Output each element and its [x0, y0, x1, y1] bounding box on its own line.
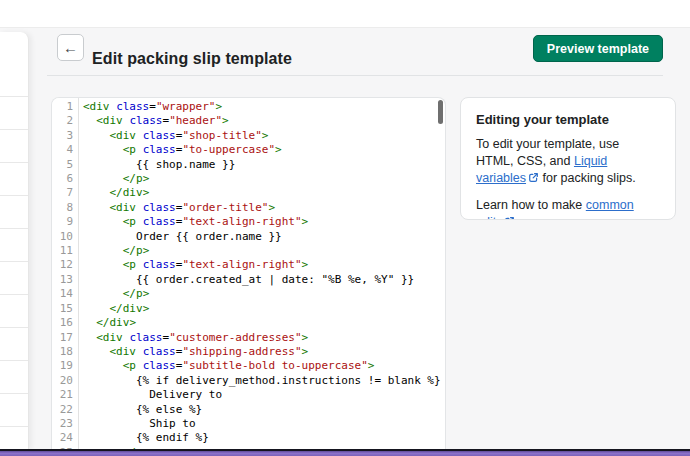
code-line[interactable]: <div class="header"> — [83, 114, 445, 128]
line-number: 22 — [52, 403, 73, 417]
line-number: 4 — [52, 143, 73, 157]
code-line[interactable]: <div class="order-title"> — [83, 201, 445, 215]
help-paragraph-1: To edit your template, use HTML, CSS, an… — [476, 136, 660, 187]
code-line[interactable]: </div> — [83, 316, 445, 330]
preview-template-button[interactable]: Preview template — [533, 35, 663, 62]
line-number: 5 — [52, 158, 73, 172]
code-line[interactable]: <p class="subtitle-bold to-uppercase"> — [83, 359, 445, 373]
help-card-title: Editing your template — [476, 112, 660, 127]
line-number: 19 — [52, 359, 73, 373]
code-line[interactable]: {% else %} — [83, 403, 445, 417]
line-number: 24 — [52, 431, 73, 445]
help-card: Editing your template To edit your templ… — [460, 97, 676, 220]
code-editor[interactable]: 1234567891011121314151617181920212223242… — [51, 97, 446, 449]
code-line[interactable]: <div class="shipping-address"> — [83, 345, 445, 359]
code-line[interactable]: <p class="text-align-right"> — [83, 215, 445, 229]
code-line[interactable]: <p class="to-uppercase"> — [83, 143, 445, 157]
line-number: 16 — [52, 316, 73, 330]
line-number: 10 — [52, 230, 73, 244]
code-line[interactable]: <div class="wrapper"> — [83, 100, 445, 114]
back-arrow-icon: ← — [63, 40, 78, 55]
top-white-strip — [0, 0, 690, 28]
line-number: 12 — [52, 258, 73, 272]
code-line[interactable]: </p> — [83, 244, 445, 258]
code-line[interactable]: </p> — [83, 172, 445, 186]
external-link-icon — [504, 214, 515, 220]
code-line[interactable]: Order {{ order.name }} — [83, 230, 445, 244]
editor-scrollbar-thumb[interactable] — [438, 100, 443, 124]
code-line[interactable]: <div class="customer-addresses"> — [83, 331, 445, 345]
code-line[interactable]: Ship to — [83, 417, 445, 431]
line-number: 8 — [52, 201, 73, 215]
header-divider — [47, 75, 663, 76]
line-number: 9 — [52, 215, 73, 229]
help-p2-text-before: Learn how to make — [476, 198, 586, 212]
code-line[interactable]: <div class="shop-title"> — [83, 129, 445, 143]
line-number: 3 — [52, 129, 73, 143]
code-line[interactable]: </div> — [83, 186, 445, 200]
background-list-rows — [0, 96, 28, 449]
code-line[interactable]: </p> — [83, 287, 445, 301]
line-number: 1 — [52, 100, 73, 114]
line-number: 23 — [52, 417, 73, 431]
line-number-gutter: 1234567891011121314151617181920212223242… — [52, 98, 79, 449]
code-line[interactable]: {% if delivery_method.instructions != bl… — [83, 374, 445, 388]
external-link-icon — [528, 170, 539, 187]
line-number: 11 — [52, 244, 73, 258]
line-number: 15 — [52, 302, 73, 316]
code-line[interactable]: {{ shop.name }} — [83, 158, 445, 172]
line-number: 21 — [52, 388, 73, 402]
line-number: 14 — [52, 287, 73, 301]
code-line[interactable]: Delivery to — [83, 388, 445, 402]
help-p1-text-after: for packing slips. — [539, 171, 636, 185]
code-line[interactable]: {{ order.created_at | date: "%B %e, %Y" … — [83, 273, 445, 287]
line-number: 13 — [52, 273, 73, 287]
line-number: 6 — [52, 172, 73, 186]
code-lines[interactable]: <div class="wrapper"> <div class="header… — [79, 98, 445, 449]
line-number: 17 — [52, 331, 73, 345]
line-number: 7 — [52, 186, 73, 200]
window-bottom-purple-bar — [0, 451, 690, 456]
back-button[interactable]: ← — [57, 34, 84, 61]
code-line[interactable]: {% endif %} — [83, 431, 445, 445]
line-number: 18 — [52, 345, 73, 359]
code-line[interactable]: </div> — [83, 302, 445, 316]
page-title: Edit packing slip template — [92, 50, 292, 68]
help-p2-text-after: . — [515, 215, 522, 220]
line-number: 20 — [52, 374, 73, 388]
background-list-page-edge — [0, 32, 29, 449]
code-line[interactable]: <p class="text-align-right"> — [83, 258, 445, 272]
help-paragraph-2: Learn how to make common edits . — [476, 197, 660, 220]
line-number: 2 — [52, 114, 73, 128]
